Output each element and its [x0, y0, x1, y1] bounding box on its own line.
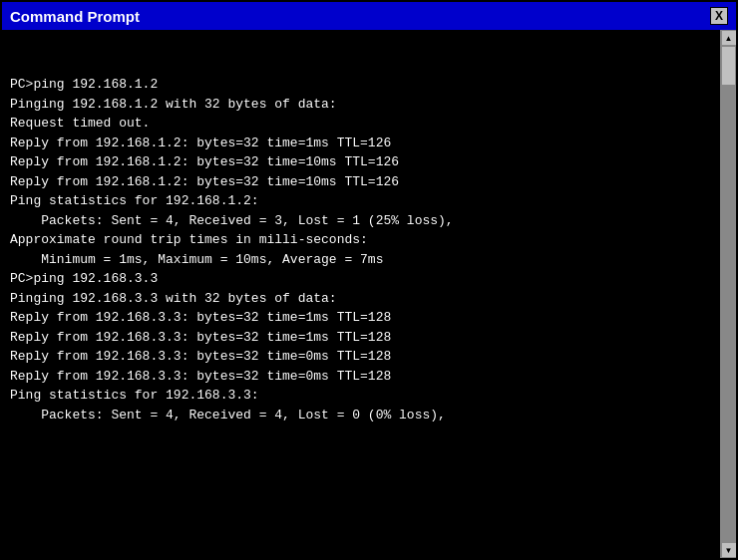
command-prompt-window: Command Prompt X PC>ping 192.168.1.2Ping…: [0, 0, 738, 560]
terminal-line: Pinging 192.168.3.3 with 32 bytes of dat…: [10, 289, 712, 309]
terminal-line: Reply from 192.168.3.3: bytes=32 time=0m…: [10, 347, 712, 367]
window-title: Command Prompt: [10, 8, 140, 25]
terminal-line: Reply from 192.168.3.3: bytes=32 time=1m…: [10, 308, 712, 328]
scroll-up-arrow[interactable]: ▲: [721, 30, 737, 46]
terminal-line: PC>ping 192.168.1.2: [10, 75, 712, 95]
terminal-line: Approximate round trip times in milli-se…: [10, 230, 712, 250]
terminal-line: Reply from 192.168.1.2: bytes=32 time=10…: [10, 172, 712, 192]
terminal-line: Pinging 192.168.1.2 with 32 bytes of dat…: [10, 95, 712, 115]
terminal-line: PC>ping 192.168.3.3: [10, 269, 712, 289]
scroll-thumb[interactable]: [721, 46, 736, 86]
terminal-line: Reply from 192.168.1.2: bytes=32 time=10…: [10, 152, 712, 172]
terminal-line: Packets: Sent = 4, Received = 4, Lost = …: [10, 406, 712, 425]
scroll-track[interactable]: [721, 46, 736, 542]
terminal-body: PC>ping 192.168.1.2Pinging 192.168.1.2 w…: [2, 30, 736, 558]
terminal-line: Reply from 192.168.1.2: bytes=32 time=1m…: [10, 134, 712, 153]
terminal-line: Reply from 192.168.3.3: bytes=32 time=1m…: [10, 328, 712, 348]
terminal-line: Minimum = 1ms, Maximum = 10ms, Average =…: [10, 250, 712, 270]
terminal-line: Ping statistics for 192.168.1.2:: [10, 191, 712, 211]
scrollbar[interactable]: ▲ ▼: [720, 30, 736, 558]
terminal-line: Ping statistics for 192.168.3.3:: [10, 386, 712, 406]
close-button[interactable]: X: [710, 7, 728, 25]
terminal-content[interactable]: PC>ping 192.168.1.2Pinging 192.168.1.2 w…: [2, 30, 720, 558]
scroll-down-arrow[interactable]: ▼: [721, 542, 737, 558]
terminal-line: Reply from 192.168.3.3: bytes=32 time=0m…: [10, 367, 712, 387]
title-bar: Command Prompt X: [2, 2, 736, 30]
terminal-line: Request timed out.: [10, 114, 712, 134]
terminal-line: Packets: Sent = 4, Received = 3, Lost = …: [10, 211, 712, 231]
